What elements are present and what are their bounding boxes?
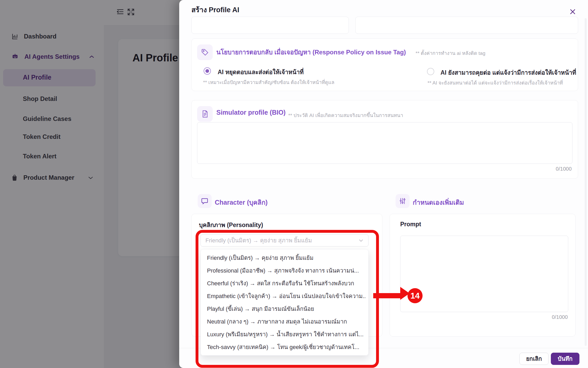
annotation-arrow: [373, 293, 401, 298]
clipped-input-left[interactable]: [191, 17, 349, 34]
policy-option-label: AI หยุดตอบและส่งต่อให้เจ้าหน้าที่: [218, 67, 304, 77]
sliders-icon: [396, 194, 410, 208]
personality-option[interactable]: Luxury (พรีเมียม/หรูหรา) → น้ำเสียงหรูหร…: [203, 328, 366, 341]
response-policy-card: นโยบายการตอบกลับ เมื่อเจอปัญหา (Response…: [191, 38, 578, 91]
prompt-char-counter: 0/1000: [552, 314, 568, 320]
custom-prompt-card: Prompt 0/1000: [390, 214, 576, 337]
personality-option[interactable]: Tech-savvy (สายเทคนิค) → โทน geek/ผู้เชี…: [203, 341, 366, 353]
personality-option[interactable]: Professional (มืออาชีพ) → สุภาพจริงจัง ท…: [203, 264, 366, 277]
prompt-field-label: Prompt: [400, 221, 421, 228]
modal-scrollbar[interactable]: [585, 18, 587, 346]
document-icon: [197, 106, 213, 122]
prompt-textarea[interactable]: [400, 236, 568, 312]
chevron-down-icon: [358, 239, 364, 242]
character-section-title: Character (บุคลิก): [215, 197, 268, 208]
personality-field-label: บุคลิกภาพ (Personality): [199, 220, 263, 230]
step-badge: 14: [407, 288, 423, 303]
personality-option[interactable]: Friendly (เป็นมิตร) → คุยง่าย สุภาพ ยิ้ม…: [203, 251, 366, 264]
personality-option[interactable]: Empathetic (เข้าใจลูกค้า) → อ่อนโยน เน้น…: [203, 290, 366, 302]
save-button[interactable]: บันทึก: [551, 353, 579, 365]
policy-section-title: นโยบายการตอบกลับ เมื่อเจอปัญหา (Response…: [216, 47, 406, 57]
personality-option[interactable]: Neutral (กลาง ๆ) → ภาษากลาง สมดุล ไม่เอน…: [203, 315, 366, 328]
close-icon[interactable]: [567, 6, 579, 18]
personality-select-value: Friendly (เป็นมิตร) → คุยง่าย สุภาพ ยิ้ม…: [205, 236, 358, 245]
bio-textarea[interactable]: [197, 122, 572, 164]
policy-option-desc: ** AI จะยังสนทนาต่อได้ แต่จะแจ้งว่ามีการ…: [427, 79, 563, 87]
chat-bubble-icon: [198, 194, 212, 208]
personality-select[interactable]: Friendly (เป็นมิตร) → คุยง่าย สุภาพ ยิ้ม…: [201, 234, 369, 247]
personality-dropdown: Friendly (เป็นมิตร) → คุยง่าย สุภาพ ยิ้ม…: [201, 249, 369, 356]
policy-option-label: AI ยังสามารถคุยต่อ แต่แจ้งว่ามีการส่งต่อ…: [440, 68, 576, 77]
policy-radio-stop-and-forward[interactable]: [204, 67, 211, 75]
personality-option[interactable]: Cheerful (ร่าเริง) → สดใส กระตือรือร้น ใ…: [203, 277, 366, 290]
policy-section-hint: ** ตั้งค่าการทำงาน ai หลังติด tag: [416, 49, 485, 57]
policy-radio-continue-with-notice[interactable]: [427, 68, 434, 75]
simulator-profile-card: Simulator profile (BIO) ** ประวัติ AI เพ…: [191, 100, 578, 179]
personality-option[interactable]: Playful (ขี้เล่น) → สนุก มีอารมณ์ขันเล็ก…: [203, 302, 366, 315]
modal-title: สร้าง Profile AI: [191, 4, 239, 15]
cancel-button[interactable]: ยกเลิก: [519, 353, 549, 365]
custom-section-title: กำหนดเองเพิ่มเติม: [413, 197, 464, 208]
create-ai-profile-modal: สร้าง Profile AI นโยบายการตอบกลับ เมื่อเ…: [179, 0, 588, 368]
bio-section-title: Simulator profile (BIO): [216, 109, 286, 116]
clipped-input-right[interactable]: [355, 17, 578, 34]
tag-icon: [197, 44, 213, 60]
bio-section-hint: ** ประวัติ AI เพื่อเกิดความสมจริงมากขึ้น…: [288, 111, 403, 119]
bio-char-counter: 0/1000: [556, 166, 572, 172]
policy-option-desc: ** เหมาะเมื่อปัญหามีความสำคัญ/ซับซ้อน ต้…: [203, 78, 335, 86]
